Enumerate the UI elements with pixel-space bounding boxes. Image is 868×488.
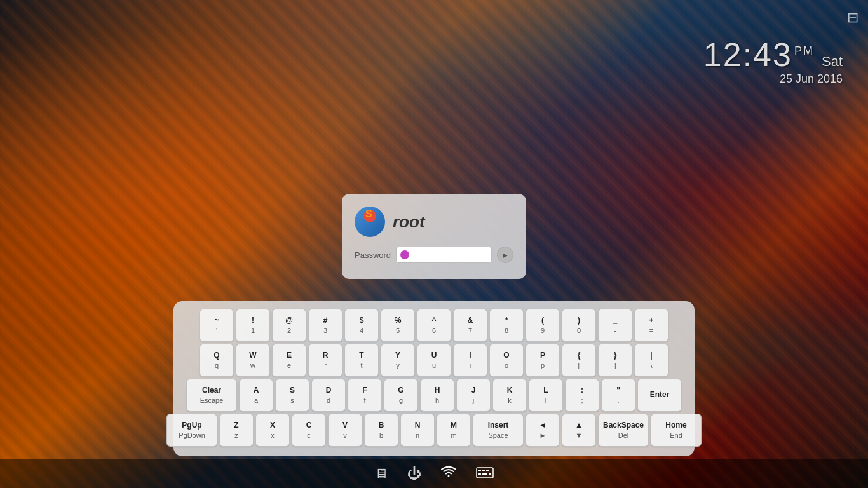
key-colon[interactable]: :; bbox=[565, 379, 599, 412]
key-x[interactable]: Xx bbox=[255, 414, 290, 447]
key-n[interactable]: Nn bbox=[400, 414, 435, 447]
svg-rect-1 bbox=[478, 470, 481, 471]
monitor-icon[interactable]: 🖥 bbox=[374, 466, 388, 482]
key-l[interactable]: Ll bbox=[529, 379, 563, 412]
clock-ampm: PM bbox=[794, 44, 814, 57]
key-2[interactable]: @2 bbox=[272, 309, 306, 342]
key-quote[interactable]: ". bbox=[601, 379, 635, 412]
clock-widget: 12:43PM Sat 25 Jun 2016 bbox=[703, 38, 843, 86]
key-9[interactable]: (9 bbox=[526, 309, 560, 342]
password-row: Password bbox=[355, 247, 513, 263]
key-v[interactable]: Vv bbox=[328, 414, 362, 447]
key-backspace-del[interactable]: BackSpaceDel bbox=[598, 414, 649, 447]
clock-time-value: 12:43 bbox=[703, 36, 792, 73]
key-q[interactable]: Qq bbox=[200, 344, 234, 377]
key-6[interactable]: ^6 bbox=[417, 309, 451, 342]
key-c[interactable]: Cc bbox=[292, 414, 326, 447]
keyboard-row-4: PgUpPgDown Zz Xx Cc Vv Bb Nn Mm InsertSp… bbox=[182, 414, 686, 447]
keyboard-row-3: ClearEscape Aa Ss Dd Ff Gg Hh Jj Kk Ll :… bbox=[182, 379, 686, 412]
key-s[interactable]: Ss bbox=[275, 379, 309, 412]
key-y[interactable]: Yy bbox=[381, 344, 415, 377]
password-dot bbox=[400, 250, 409, 259]
user-row: root bbox=[355, 207, 513, 237]
key-f[interactable]: Ff bbox=[348, 379, 382, 412]
svg-rect-6 bbox=[489, 473, 491, 475]
key-5[interactable]: %5 bbox=[381, 309, 415, 342]
key-z[interactable]: Zz bbox=[219, 414, 254, 447]
keyboard-row-1: ~' !1 @2 #3 $4 %5 ^6 &7 *8 (9 )0 _- += bbox=[182, 309, 686, 342]
key-7[interactable]: &7 bbox=[453, 309, 487, 342]
password-input[interactable] bbox=[396, 247, 492, 263]
key-b[interactable]: Bb bbox=[364, 414, 398, 447]
avatar bbox=[355, 207, 385, 237]
clock-time: 12:43PM bbox=[703, 38, 814, 71]
key-k[interactable]: Kk bbox=[492, 379, 527, 412]
key-equals[interactable]: += bbox=[634, 309, 668, 342]
virtual-keyboard: ~' !1 @2 #3 $4 %5 ^6 &7 *8 (9 )0 _- += Q… bbox=[173, 301, 695, 456]
key-left-right[interactable]: ◄► bbox=[526, 414, 560, 447]
svg-rect-0 bbox=[477, 468, 493, 478]
password-submit-button[interactable] bbox=[497, 247, 513, 263]
key-e[interactable]: Ee bbox=[272, 344, 306, 377]
keyboard-row-2: Qq Ww Ee Rr Tt Yy Uu Ii Oo Pp {[ }] |\ bbox=[182, 344, 686, 377]
svg-rect-5 bbox=[482, 473, 487, 475]
key-p[interactable]: Pp bbox=[526, 344, 560, 377]
key-d[interactable]: Dd bbox=[311, 379, 346, 412]
power-icon[interactable]: ⏻ bbox=[407, 466, 421, 482]
key-i[interactable]: Ii bbox=[453, 344, 487, 377]
key-tilde[interactable]: ~' bbox=[200, 309, 234, 342]
clock-date: 25 Jun 2016 bbox=[703, 72, 843, 86]
key-a[interactable]: Aa bbox=[239, 379, 273, 412]
key-u[interactable]: Uu bbox=[417, 344, 451, 377]
key-pgup-pgdown[interactable]: PgUpPgDown bbox=[166, 414, 217, 447]
top-right-icon[interactable]: ⊟ bbox=[847, 10, 858, 26]
key-4[interactable]: $4 bbox=[344, 309, 379, 342]
key-up-down[interactable]: ▲▼ bbox=[562, 414, 596, 447]
key-1[interactable]: !1 bbox=[236, 309, 270, 342]
taskbar: 🖥 ⏻ bbox=[0, 459, 868, 488]
svg-rect-2 bbox=[482, 470, 485, 471]
key-insert-space[interactable]: InsertSpace bbox=[473, 414, 524, 447]
key-m[interactable]: Mm bbox=[437, 414, 471, 447]
key-clear-escape[interactable]: ClearEscape bbox=[186, 379, 237, 412]
key-0[interactable]: )0 bbox=[562, 309, 596, 342]
key-minus[interactable]: _- bbox=[598, 309, 632, 342]
key-enter[interactable]: Enter bbox=[637, 379, 682, 412]
key-g[interactable]: Gg bbox=[384, 379, 418, 412]
svg-rect-3 bbox=[486, 470, 489, 471]
key-8[interactable]: *8 bbox=[489, 309, 524, 342]
key-home-end[interactable]: HomeEnd bbox=[651, 414, 702, 447]
svg-rect-4 bbox=[478, 473, 481, 475]
key-j[interactable]: Jj bbox=[456, 379, 491, 412]
login-dialog: root Password bbox=[342, 194, 526, 279]
username-label: root bbox=[393, 212, 425, 232]
key-lbracket[interactable]: {[ bbox=[562, 344, 596, 377]
key-backslash[interactable]: |\ bbox=[634, 344, 668, 377]
key-h[interactable]: Hh bbox=[420, 379, 454, 412]
key-o[interactable]: Oo bbox=[489, 344, 524, 377]
keyboard-icon[interactable] bbox=[476, 466, 494, 482]
password-label: Password bbox=[355, 250, 391, 260]
key-w[interactable]: Ww bbox=[236, 344, 270, 377]
key-r[interactable]: Rr bbox=[308, 344, 342, 377]
key-3[interactable]: #3 bbox=[308, 309, 342, 342]
clock-day: Sat bbox=[822, 53, 843, 70]
key-rbracket[interactable]: }] bbox=[598, 344, 632, 377]
key-t[interactable]: Tt bbox=[344, 344, 379, 377]
wifi-icon[interactable] bbox=[440, 465, 457, 483]
